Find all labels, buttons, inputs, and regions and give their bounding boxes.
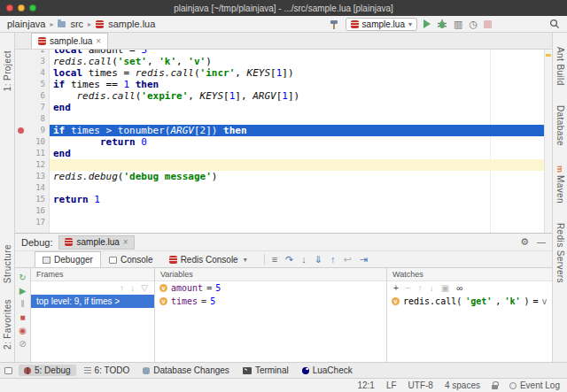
tool-window-switcher-icon[interactable] bbox=[4, 367, 12, 374]
zoom-window-button[interactable] bbox=[29, 4, 36, 12]
view-breakpoints-icon[interactable]: ◉ bbox=[19, 325, 27, 336]
show-execution-point-icon[interactable]: ≡ bbox=[272, 255, 277, 265]
stop-button[interactable] bbox=[484, 20, 492, 28]
variable-row[interactable]: vamount = 5 bbox=[155, 281, 386, 295]
editor-line-5[interactable]: 5if times == 1 then bbox=[15, 79, 552, 90]
drop-frame-icon[interactable]: ↩ bbox=[344, 255, 352, 265]
gutter-line-4[interactable]: 4 bbox=[15, 67, 50, 79]
indent-indicator[interactable]: 4 spaces bbox=[445, 380, 480, 390]
gutter-line-9[interactable]: 9 bbox=[15, 125, 50, 136]
minimize-window-button[interactable] bbox=[18, 4, 25, 12]
move-watch-up-icon[interactable]: ↑ bbox=[418, 284, 423, 293]
duplicate-watch-icon[interactable]: ▣ bbox=[441, 284, 449, 293]
profiler-icon[interactable]: ◷ bbox=[469, 19, 478, 29]
stop-icon[interactable]: ■ bbox=[19, 311, 25, 323]
code-line[interactable]: if times > tonumber(ARGV[2]) then bbox=[50, 125, 552, 136]
pause-icon[interactable]: ‖ bbox=[20, 298, 24, 310]
tool-window-button-ant-build[interactable]: Ant Build bbox=[555, 47, 565, 86]
gutter-line-2[interactable]: 2 bbox=[15, 50, 50, 56]
gutter-line-3[interactable]: 3 bbox=[15, 56, 50, 67]
code-line[interactable] bbox=[50, 113, 552, 125]
tool-window-button-1-project[interactable]: 1: Project bbox=[3, 50, 12, 91]
breakpoint-icon[interactable] bbox=[18, 127, 24, 134]
coverage-icon[interactable]: ▥ bbox=[454, 19, 462, 29]
tool-window-button-terminal[interactable]: Terminal bbox=[237, 365, 294, 376]
editor-line-9[interactable]: 9if times > tonumber(ARGV[2]) then bbox=[15, 125, 552, 136]
lock-icon[interactable] bbox=[492, 385, 498, 389]
editor-line-11[interactable]: 11end bbox=[15, 148, 552, 159]
encoding-indicator[interactable]: UTF-8 bbox=[408, 380, 433, 390]
rerun-icon[interactable]: ↻ bbox=[19, 272, 26, 283]
tool-window-button-luacheck[interactable]: LuaCheck bbox=[297, 365, 358, 376]
code-line[interactable]: return 1 bbox=[50, 194, 552, 205]
tool-window-button-database-changes[interactable]: Database Changes bbox=[137, 365, 235, 376]
debug-tab-debugger[interactable]: Debugger bbox=[35, 251, 101, 267]
close-window-button[interactable] bbox=[6, 4, 13, 12]
editor-line-4[interactable]: 4local times = redis.call('incr', KEYS[1… bbox=[15, 67, 552, 79]
chevron-down-icon[interactable]: ▾ bbox=[244, 256, 247, 264]
code-line[interactable]: local amount = 5 bbox=[50, 50, 552, 56]
code-line[interactable] bbox=[50, 205, 552, 217]
editor-line-13[interactable]: 13redis.debug('debug message') bbox=[15, 171, 552, 182]
code-line[interactable]: redis.call('expire', KEYS[1], ARGV[1]) bbox=[50, 90, 552, 102]
debug-bug-button[interactable] bbox=[437, 19, 447, 29]
gutter-line-13[interactable]: 13 bbox=[15, 171, 50, 182]
force-step-into-icon[interactable]: ⇓ bbox=[315, 255, 322, 265]
watch-row[interactable]: vredis.call('get', 'k') = v bbox=[387, 295, 552, 308]
code-line[interactable]: local times = redis.call('incr', KEYS[1]… bbox=[50, 67, 552, 79]
code-line[interactable]: end bbox=[50, 148, 552, 159]
step-over-icon[interactable]: ↷ bbox=[285, 255, 293, 265]
editor-line-2[interactable]: 2local amount = 5 bbox=[15, 50, 552, 56]
variable-row[interactable]: vtimes = 5 bbox=[155, 295, 386, 308]
gear-icon[interactable]: ⚙ bbox=[520, 237, 529, 247]
editor-line-7[interactable]: 7end bbox=[15, 102, 552, 113]
run-button[interactable] bbox=[423, 19, 431, 28]
tool-window-button-structure[interactable]: Structure bbox=[3, 244, 12, 283]
gutter-line-14[interactable]: 14 bbox=[15, 182, 50, 194]
tool-window-button-database[interactable]: Database bbox=[555, 105, 565, 146]
tool-window-button-5-debug[interactable]: 5: Debug bbox=[19, 365, 76, 376]
gutter-line-5[interactable]: 5 bbox=[15, 79, 50, 90]
code-line[interactable]: redis.debug('debug message') bbox=[50, 171, 552, 182]
search-everywhere-icon[interactable] bbox=[549, 19, 560, 29]
step-out-icon[interactable]: ↑ bbox=[330, 255, 336, 265]
tool-window-button-redis-servers[interactable]: Redis Servers bbox=[555, 223, 565, 283]
next-frame-icon[interactable]: ↓ bbox=[130, 283, 135, 293]
close-icon[interactable]: × bbox=[96, 37, 101, 46]
gutter-line-12[interactable]: 12 bbox=[15, 159, 50, 171]
code-line[interactable] bbox=[50, 217, 552, 228]
gutter-line-16[interactable]: 16 bbox=[15, 205, 50, 217]
tool-window-button-6-todo[interactable]: 6: TODO bbox=[79, 365, 136, 376]
editor-line-8[interactable]: 8 bbox=[15, 113, 552, 125]
remove-watch-icon[interactable]: − bbox=[406, 284, 411, 293]
hide-tool-window-icon[interactable]: — bbox=[537, 238, 546, 247]
hide-frames-filter-icon[interactable]: ▽ bbox=[141, 283, 148, 293]
show-watches-in-variables-icon[interactable]: ∞ bbox=[456, 284, 462, 293]
breadcrumb-file[interactable]: sample.lua bbox=[108, 19, 155, 29]
code-line[interactable]: if times == 1 then bbox=[50, 79, 552, 90]
line-separator-indicator[interactable]: LF bbox=[386, 380, 397, 390]
gutter-line-8[interactable]: 8 bbox=[15, 113, 50, 125]
resume-icon[interactable]: ▶ bbox=[19, 285, 27, 296]
run-config-select[interactable]: sample.lua ▾ bbox=[346, 18, 417, 31]
breadcrumb-src[interactable]: src bbox=[70, 19, 83, 29]
debug-tab-console[interactable]: Console bbox=[101, 251, 161, 267]
gutter-line-11[interactable]: 11 bbox=[15, 148, 50, 159]
editor-line-14[interactable]: 14 bbox=[15, 182, 552, 194]
editor-line-10[interactable]: 10 return 0 bbox=[15, 136, 552, 148]
editor-line-15[interactable]: 15return 1 bbox=[15, 194, 552, 205]
run-to-cursor-icon[interactable]: ⇥ bbox=[360, 255, 368, 265]
caret-position[interactable]: 12:1 bbox=[357, 380, 374, 390]
close-icon[interactable]: × bbox=[123, 238, 128, 247]
editor-line-6[interactable]: 6 redis.call('expire', KEYS[1], ARGV[1]) bbox=[15, 90, 552, 102]
gutter-line-15[interactable]: 15 bbox=[15, 194, 50, 205]
editor-line-3[interactable]: 3redis.call('set', 'k', 'v') bbox=[15, 56, 552, 67]
event-log-button[interactable]: Event Log bbox=[509, 380, 560, 390]
frame-row-selected[interactable]: top level: 9, if times > bbox=[31, 295, 154, 308]
editor-line-16[interactable]: 16 bbox=[15, 205, 552, 217]
gutter-line-10[interactable]: 10 bbox=[15, 136, 50, 148]
mute-breakpoints-icon[interactable]: ⊘ bbox=[19, 338, 26, 350]
code-line[interactable]: redis.call('set', 'k', 'v') bbox=[50, 56, 552, 67]
code-line[interactable]: end bbox=[50, 102, 552, 113]
tool-window-button-2-favorites[interactable]: 2: Favorites bbox=[3, 299, 12, 350]
